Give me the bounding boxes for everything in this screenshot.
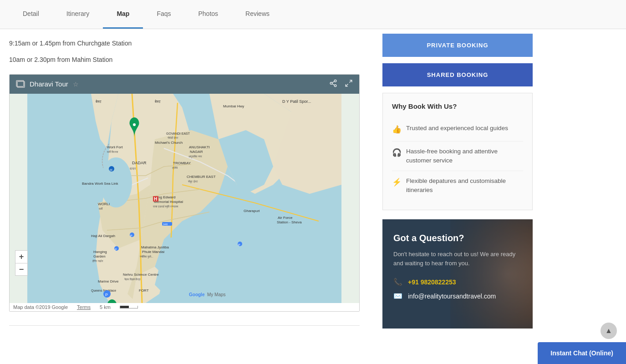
private-booking-button[interactable]: PRIVATE BOOKING <box>382 34 533 57</box>
svg-text:Michael's Church: Michael's Church <box>155 141 183 145</box>
contact-email: ✉️ info@realitytoursandtravel.com <box>393 292 522 300</box>
tab-map[interactable]: Map <box>103 0 143 29</box>
svg-text:FORT: FORT <box>139 288 149 293</box>
map-header-left: Dharavi Tour ☆ <box>16 80 79 88</box>
question-title: Got a Question? <box>393 233 522 243</box>
svg-text:H: H <box>110 168 112 172</box>
svg-line-7 <box>350 80 352 82</box>
map-scale: 5 km <box>100 304 111 310</box>
map-container: Dharavi Tour ☆ <box>9 74 360 312</box>
sidebar: PRIVATE BOOKING SHARED BOOKING Why Book … <box>373 29 542 344</box>
svg-text:Phule Mandai: Phule Mandai <box>142 250 164 254</box>
phone-number[interactable]: +91 9820822253 <box>408 278 456 286</box>
svg-text:Queens Necklace: Queens Necklace <box>91 289 116 293</box>
tab-reviews[interactable]: Reviews <box>232 0 283 29</box>
why-book-reason-2: Hassle-free booking and attentive custom… <box>406 147 523 166</box>
map-star-icon[interactable]: ☆ <box>73 81 79 88</box>
svg-text:P: P <box>130 234 132 238</box>
why-book-title: Why Book With Us? <box>392 102 523 110</box>
map-zoom-in-button[interactable]: + <box>15 250 28 263</box>
svg-text:Mahatma Jyotiba: Mahatma Jyotiba <box>141 245 169 249</box>
svg-text:P: P <box>238 243 240 247</box>
content-area: 9:15am or 1.45pm from Churchgate Station… <box>0 29 373 344</box>
svg-point-4 <box>334 85 336 87</box>
question-box: Got a Question? Don't hesitate to reach … <box>382 219 533 329</box>
svg-text:DADAR: DADAR <box>132 161 147 165</box>
why-book-item-2: 🎧 Hassle-free booking and attentive cust… <box>392 142 523 172</box>
svg-line-8 <box>346 84 348 86</box>
contact-phone: 📞 +91 9820822253 <box>393 278 522 286</box>
map-fullscreen-button[interactable] <box>345 79 353 89</box>
map-title: Dharavi Tour <box>30 80 68 88</box>
shared-booking-button[interactable]: SHARED BOOKING <box>382 63 533 86</box>
svg-text:Nehru Science Centre: Nehru Science Centre <box>123 273 159 277</box>
svg-text:दादर: दादर <box>129 167 136 170</box>
tab-itinerary[interactable]: Itinerary <box>53 0 103 29</box>
svg-text:H: H <box>154 197 157 202</box>
why-book-reason-3: Flexible depatures and customisable itin… <box>406 177 523 195</box>
svg-text:ANUSHAKTI: ANUSHAKTI <box>189 145 210 149</box>
map-zoom-out-button[interactable]: − <box>15 263 28 276</box>
svg-text:ट्रॉम्बे: ट्रॉम्बे <box>172 166 178 170</box>
svg-text:बेस्ट: बेस्ट <box>154 99 161 104</box>
map-data-text: Map data ©2019 Google <box>13 304 68 310</box>
headset-icon: 🎧 <box>392 147 402 159</box>
svg-text:गोवंडी ईस्ट: गोवंडी ईस्ट <box>167 136 178 139</box>
svg-text:TROMBAY: TROMBAY <box>173 161 191 165</box>
question-text: Don't hesitate to reach out to us! We ar… <box>393 250 522 269</box>
why-book-item-1: 👍 Trusted and experienced local guides <box>392 118 523 142</box>
svg-text:वर्ली किल्ला: वर्ली किल्ला <box>107 150 118 153</box>
map-terms-link[interactable]: Terms <box>77 304 91 310</box>
why-book-section: Why Book With Us? 👍 Trusted and experien… <box>382 93 533 210</box>
svg-text:CHEMBUR EAST: CHEMBUR EAST <box>187 175 216 179</box>
svg-point-57 <box>133 123 136 126</box>
tab-photos[interactable]: Photos <box>185 0 232 29</box>
svg-text:Station - Sheva: Station - Sheva <box>277 220 302 224</box>
svg-text:अणुशक्ति नगर: अणुशक्ति नगर <box>188 155 202 158</box>
svg-text:348: 348 <box>163 223 168 226</box>
map-body[interactable]: DADAR दादर TROMBAY ट्रॉम्बे WORLI वर्ली … <box>10 94 359 303</box>
svg-point-2 <box>334 80 336 82</box>
svg-text:WORLI: WORLI <box>98 202 110 206</box>
phone-icon: 📞 <box>393 278 402 286</box>
svg-line-6 <box>332 81 334 83</box>
scroll-to-top-button[interactable]: ▲ <box>601 323 617 339</box>
svg-text:Gharapuri: Gharapuri <box>244 209 260 213</box>
svg-text:P: P <box>115 248 117 251</box>
map-share-button[interactable] <box>329 79 337 89</box>
map-attribution: Map data ©2019 Google Terms 5 km <box>10 303 359 311</box>
svg-text:राजा एडवर्ड स्मृति रग्णालय: राजा एडवर्ड स्मृति रग्णालय <box>153 205 178 208</box>
tab-faqs[interactable]: Faqs <box>143 0 184 29</box>
svg-text:नेहरू विज्ञान केंद्र: नेहरू विज्ञान केंद्र <box>124 278 141 281</box>
svg-text:Google: Google <box>189 292 205 297</box>
svg-text:ज्योतिबा फुले...: ज्योतिबा फुले... <box>139 255 153 258</box>
svg-text:Air Force: Air Force <box>278 216 293 220</box>
svg-text:हैंगिंग गार्डन: हैंगिंग गार्डन <box>92 259 103 263</box>
instant-chat-button[interactable]: Instant Chat (Online) <box>538 342 626 344</box>
svg-text:My Maps: My Maps <box>207 292 226 297</box>
departure-line-2: 10am or 2.30pm from Mahim Station <box>9 55 360 65</box>
map-header: Dharavi Tour ☆ <box>10 75 359 94</box>
why-book-item-3: ⚡ Flexible depatures and customisable it… <box>392 171 523 201</box>
svg-text:वर्ली: वर्ली <box>98 207 103 210</box>
svg-text:Haji Ali Dargah: Haji Ali Dargah <box>91 234 115 238</box>
svg-text:D Y Patil Spor...: D Y Patil Spor... <box>282 99 311 104</box>
svg-text:NAGAR: NAGAR <box>190 150 203 154</box>
svg-text:Bandra Worli Sea Link: Bandra Worli Sea Link <box>82 182 118 186</box>
map-zoom-controls: + − <box>15 250 28 276</box>
why-book-reason-1: Trusted and experienced local guides <box>406 124 508 133</box>
svg-line-5 <box>332 84 334 85</box>
bolt-icon: ⚡ <box>392 177 402 188</box>
map-header-icons <box>329 79 353 89</box>
departure-line-1: 9:15am or 1.45pm from Churchgate Station <box>9 38 360 48</box>
question-content: Got a Question? Don't hesitate to reach … <box>393 233 522 301</box>
tab-detail[interactable]: Detail <box>9 0 53 29</box>
section-divider <box>9 325 360 326</box>
navigation-tabs: Detail Itinerary Map Faqs Photos Reviews <box>0 0 626 29</box>
email-icon: ✉️ <box>393 292 402 300</box>
email-address[interactable]: info@realitytoursandtravel.com <box>408 293 496 300</box>
svg-text:P: P <box>105 293 108 297</box>
svg-text:Marine Drive: Marine Drive <box>98 279 119 283</box>
svg-text:GOVANDI EAST: GOVANDI EAST <box>166 132 190 135</box>
svg-text:Mumbai Hwy: Mumbai Hwy <box>223 104 244 108</box>
